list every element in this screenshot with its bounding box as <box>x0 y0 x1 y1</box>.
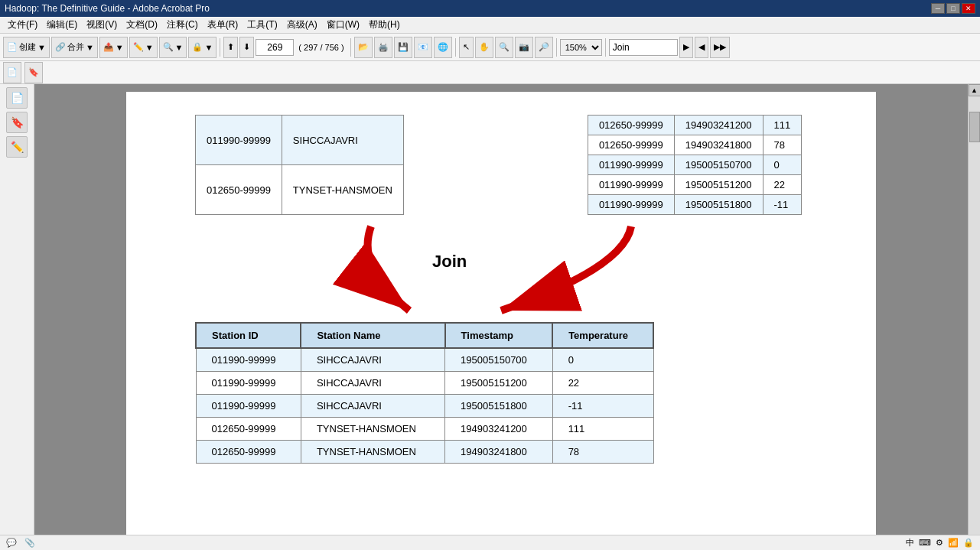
menu-comment[interactable]: 注释(C) <box>162 18 203 32</box>
secure-icon: 🔒 <box>192 42 203 52</box>
res-col-temp: 78 <box>552 441 653 464</box>
right-col-temp: -11 <box>763 195 802 215</box>
edit-button[interactable]: ✏️ ▼ <box>129 37 158 58</box>
res-col-name: SIHCCAJAVRI <box>301 372 444 395</box>
input-method-icon: 中 <box>906 537 914 548</box>
left-col-name: TYNSET-HANSMOEN <box>282 165 403 215</box>
snapshot-button[interactable]: 📷 <box>515 37 533 58</box>
menu-help[interactable]: 帮助(H) <box>364 18 405 32</box>
main-toolbar: 📄 创建 ▼ 🔗 合并 ▼ 📤 ▼ ✏️ ▼ 🔍 ▼ 🔒 ▼ ⬆ ⬇ ( 297… <box>0 34 980 61</box>
page-info: ( 297 / 756 ) <box>295 43 347 52</box>
table-row: 011990-99999SIHCCAJAVRI19500515120022 <box>196 372 653 395</box>
review-icon: 🔍 <box>163 42 174 52</box>
merge-button[interactable]: 🔗 合并 ▼ <box>51 37 98 58</box>
res-col-id: 011990-99999 <box>196 372 301 395</box>
right-col-id: 011990-99999 <box>588 175 674 195</box>
right-col-timestamp: 195005150700 <box>674 155 763 175</box>
email-button[interactable]: 📧 <box>414 37 432 58</box>
prev-page-button[interactable]: ⬆ <box>223 37 238 58</box>
toolbar-separator2 <box>350 38 351 57</box>
document-content: 011990-99999SIHCCAJAVRI012650-99999TYNSE… <box>34 84 968 550</box>
left-col-name: SIHCCAJAVRI <box>282 116 403 165</box>
bookmarks-button[interactable]: 🔖 <box>24 62 43 83</box>
table-row: 012650-99999TYNSET-HANSMOEN1949032418007… <box>196 441 653 464</box>
menu-tools[interactable]: 工具(T) <box>243 18 282 32</box>
create-icon: 📄 <box>7 42 18 52</box>
toolbar-separator3 <box>455 38 456 57</box>
sidebar-icon-2[interactable]: 🔖 <box>6 112 28 133</box>
menu-edit[interactable]: 编辑(E) <box>42 18 82 32</box>
right-table-row: 012650-99999194903241200111 <box>588 116 801 135</box>
scroll-track[interactable] <box>969 96 980 538</box>
result-table: Station ID Station Name Timestamp Temper… <box>195 322 654 464</box>
menu-doc[interactable]: 文档(D) <box>122 18 162 32</box>
settings-icon: ⚙ <box>936 538 943 548</box>
maximize-button[interactable]: □ <box>946 3 960 14</box>
menu-file[interactable]: 文件(F) <box>3 18 42 32</box>
forward-button[interactable]: ▶▶ <box>710 37 730 58</box>
comment-status-icon[interactable]: 💬 <box>6 538 17 548</box>
menu-view[interactable]: 视图(V) <box>82 18 122 32</box>
submit-button[interactable]: ▶ <box>679 37 693 58</box>
close-button[interactable]: ✕ <box>962 3 975 14</box>
scrollbar[interactable]: ▲ ▼ <box>968 84 980 550</box>
create-button[interactable]: 📄 创建 ▼ <box>3 37 50 58</box>
app-title: Hadoop: The Definitive Guide - Adobe Acr… <box>5 3 210 14</box>
menu-form[interactable]: 表单(R) <box>203 18 243 32</box>
menu-advanced[interactable]: 高级(A) <box>282 18 322 32</box>
left-table-row: 012650-99999TYNSET-HANSMOEN <box>196 165 404 215</box>
res-col-id: 012650-99999 <box>196 441 301 464</box>
main-layout: 📄 🔖 ✏️ 011990-99999SIHCCAJAVRI012650-999… <box>0 84 980 550</box>
review-button[interactable]: 🔍 ▼ <box>159 37 187 58</box>
scroll-up-button[interactable]: ▲ <box>969 84 981 96</box>
right-col-timestamp: 194903241200 <box>674 116 763 135</box>
pages-button[interactable]: 📄 <box>3 62 21 83</box>
attachment-status-icon[interactable]: 📎 <box>24 538 35 548</box>
res-col-temp: -11 <box>552 395 653 418</box>
network-icon: 📶 <box>948 538 959 548</box>
secondary-toolbar: 📄 🔖 <box>0 61 980 84</box>
sidebar-icon-3[interactable]: ✏️ <box>6 136 28 158</box>
arrows-section: Join <box>195 223 715 322</box>
sidebar-icon-1[interactable]: 📄 <box>6 87 28 109</box>
right-col-id: 012650-99999 <box>588 116 674 135</box>
merge-icon: 🔗 <box>55 42 66 52</box>
zoom-select[interactable]: 150% 100% 75% <box>560 39 602 56</box>
right-table-row: 011990-9999919500515120022 <box>588 175 801 195</box>
right-col-temp: 111 <box>763 116 802 135</box>
zoom-in-button[interactable]: 🔍 <box>495 37 513 58</box>
keyboard-icon: ⌨ <box>919 538 931 548</box>
res-col-temp: 22 <box>552 372 653 395</box>
right-table-row: 011990-99999195005151800-11 <box>588 195 801 215</box>
menu-window[interactable]: 窗口(W) <box>322 18 364 32</box>
col-header-station-name: Station Name <box>301 323 444 348</box>
table-row: 011990-99999SIHCCAJAVRI1950051507000 <box>196 348 653 372</box>
table-row: 011990-99999SIHCCAJAVRI195005151800-11 <box>196 395 653 418</box>
doc-inner: 011990-99999SIHCCAJAVRI012650-99999TYNSE… <box>172 107 830 471</box>
minimize-button[interactable]: ─ <box>931 3 945 14</box>
zoom-out-button[interactable]: 🔎 <box>535 37 553 58</box>
open-button[interactable]: 📂 <box>354 37 373 58</box>
res-col-name: SIHCCAJAVRI <box>301 348 444 372</box>
secure-button[interactable]: 🔒 ▼ <box>188 37 217 58</box>
title-bar: Hadoop: The Definitive Guide - Adobe Acr… <box>0 0 980 17</box>
res-col-id: 011990-99999 <box>196 395 301 418</box>
col-header-temperature: Temperature <box>552 323 653 348</box>
page-number-input[interactable] <box>256 39 294 56</box>
pointer-button[interactable]: ↖ <box>459 37 474 58</box>
save-button[interactable]: 💾 <box>394 37 412 58</box>
join-input[interactable] <box>609 39 678 56</box>
back-button[interactable]: ◀ <box>695 37 708 58</box>
security-icon: 🔒 <box>963 538 974 548</box>
col-header-timestamp: Timestamp <box>445 323 553 348</box>
hand-button[interactable]: ✋ <box>475 37 493 58</box>
print-button[interactable]: 🖨️ <box>374 37 392 58</box>
res-col-temp: 0 <box>552 348 653 372</box>
toolbar-separator4 <box>556 38 557 57</box>
result-table-container: Station ID Station Name Timestamp Temper… <box>195 322 822 464</box>
next-page-button[interactable]: ⬇ <box>239 37 254 58</box>
export-button[interactable]: 📤 ▼ <box>99 37 128 58</box>
browser-button[interactable]: 🌐 <box>434 37 452 58</box>
col-header-station-id: Station ID <box>196 323 301 348</box>
scroll-thumb[interactable] <box>969 112 980 142</box>
